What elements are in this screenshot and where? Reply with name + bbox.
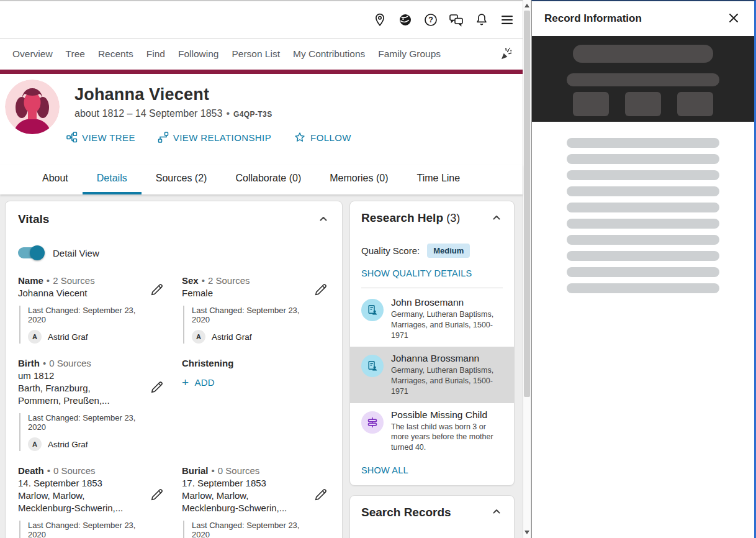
tab-about[interactable]: About (28, 165, 83, 194)
tab-collaborate[interactable]: Collaborate (0) (221, 165, 315, 194)
celebration-button[interactable] (498, 45, 514, 63)
nav-item-following[interactable]: Following (178, 48, 218, 60)
add-label: ADD (194, 377, 215, 388)
location-button[interactable] (372, 12, 388, 28)
record-details-loading-area (532, 122, 754, 293)
tab-details[interactable]: Details (83, 165, 142, 194)
main-scrollbar[interactable] (523, 0, 531, 538)
contributor-name: Astrid Graf (48, 332, 88, 342)
add-christening-button[interactable]: + ADD (182, 377, 215, 388)
vitals-card: Vitals Detail View Name•2 Sources Johann… (5, 201, 343, 538)
fact-value: 17. September 1853 (182, 477, 304, 490)
nav-item-family-groups[interactable]: Family Groups (378, 48, 441, 60)
search-records-collapse-button[interactable] (490, 506, 503, 519)
skeleton-pill (567, 73, 719, 86)
fact-sources: 2 Sources (208, 275, 250, 286)
skeleton-line (567, 138, 719, 148)
detail-view-toggle[interactable] (18, 247, 43, 258)
tab-time-line[interactable]: Time Line (402, 165, 474, 194)
tab-sources[interactable]: Sources (2) (142, 165, 222, 194)
feedback-button[interactable] (448, 12, 464, 28)
edit-sex-button[interactable] (313, 282, 328, 299)
nav-item-person-list[interactable]: Person List (232, 48, 280, 60)
party-popper-icon (498, 45, 514, 62)
view-tree-button[interactable]: VIEW TREE (66, 131, 135, 144)
nav-item-find[interactable]: Find (146, 48, 165, 60)
view-relationship-button[interactable]: VIEW RELATIONSHIP (158, 131, 271, 144)
bell-icon (474, 12, 489, 27)
scrollbar-thumb[interactable] (524, 11, 530, 397)
avatar[interactable] (5, 80, 60, 134)
skeleton-line (567, 283, 719, 293)
detail-view-label: Detail View (53, 248, 99, 258)
nav-item-recents[interactable]: Recents (98, 48, 133, 60)
record-hint-icon (361, 355, 384, 377)
contributor-row[interactable]: A Astrid Graf (192, 330, 304, 344)
follow-button[interactable]: FOLLOW (294, 131, 351, 144)
skeleton-line (567, 203, 719, 212)
view-tree-label: VIEW TREE (82, 132, 135, 143)
menu-button[interactable] (499, 12, 515, 28)
quality-score-badge: Medium (427, 244, 470, 258)
edit-name-button[interactable] (150, 282, 164, 299)
record-hint-icon (361, 299, 384, 321)
fact-sources: 0 Sources (49, 358, 91, 368)
person-actions: VIEW TREE VIEW RELATIONSHIP FOLLOW (66, 131, 523, 144)
fact-meta: Last Changed: September 23, 2020 A Astri… (183, 521, 304, 538)
fact-death[interactable]: Death•0 Sources 14. September 1853 Marlo… (18, 465, 166, 538)
edit-death-button[interactable] (150, 487, 164, 504)
skeleton-line (567, 219, 719, 229)
edit-burial-button[interactable] (313, 487, 328, 504)
quality-score-label: Quality Score: (361, 245, 420, 256)
research-help-item-title: Johanna Brossmann (391, 353, 503, 364)
help-icon: ? (423, 12, 438, 27)
nav-item-tree[interactable]: Tree (66, 48, 85, 60)
fact-meta: Last Changed: September 23, 2020 A Astri… (19, 413, 140, 451)
edit-birth-button[interactable] (150, 380, 164, 396)
help-button[interactable]: ? (423, 12, 439, 28)
chevron-up-icon (318, 214, 328, 223)
lifespan-text: about 1812 – 14 September 1853 (74, 108, 222, 119)
fact-value: um 1812 (18, 370, 140, 382)
vitals-collapse-button[interactable] (317, 213, 330, 226)
contributor-row[interactable]: A Astrid Graf (28, 437, 140, 451)
research-help-item-possible-missing-child[interactable]: Possible Missing Child The last child wa… (350, 403, 514, 459)
fact-burial[interactable]: Burial•0 Sources 17. September 1853 Marl… (182, 465, 330, 538)
fact-value: Mecklenburg-Schwerin,... (182, 502, 304, 514)
fact-sex[interactable]: Sex•2 Sources Female Last Changed: Septe… (182, 275, 330, 344)
divider (361, 288, 503, 288)
record-panel-title: Record Information (544, 12, 642, 25)
fact-meta: Last Changed: September 23, 2020 A Astri… (19, 306, 140, 344)
nav-item-my-contributions[interactable]: My Contributions (293, 48, 365, 60)
notifications-button[interactable] (474, 12, 490, 28)
fact-value: Johanna Viecent (18, 287, 140, 299)
separator-dot: • (47, 465, 50, 476)
show-all-link[interactable]: SHOW ALL (361, 465, 408, 475)
fact-birth[interactable]: Birth•0 Sources um 1812 Barth, Franzburg… (18, 357, 166, 451)
fact-label: Birth (18, 358, 40, 368)
contributor-row[interactable]: A Astrid Graf (28, 330, 140, 344)
research-help-title: Research Help (3) (361, 211, 460, 225)
fact-label: Burial (182, 465, 209, 476)
research-help-collapse-button[interactable] (490, 212, 503, 225)
pedigree-tree-icon (66, 132, 78, 143)
skeleton-line (567, 251, 719, 261)
scroll-up-arrow-icon[interactable] (524, 4, 529, 7)
skeleton-pill (573, 45, 713, 63)
research-help-item-johanna-brossmann[interactable]: Johanna Brossmann Germany, Lutheran Bapt… (350, 347, 514, 403)
research-help-item-john-brosemann[interactable]: John Brosemann Germany, Lutheran Baptism… (350, 291, 514, 347)
research-help-item-body: John Brosemann Germany, Lutheran Baptism… (391, 297, 503, 340)
scroll-down-arrow-icon[interactable] (524, 531, 529, 534)
search-records-header: Search Records (361, 506, 503, 519)
primary-nav: Overview Tree Recents Find Following Per… (0, 39, 523, 70)
nav-item-overview[interactable]: Overview (12, 48, 53, 60)
close-record-panel-button[interactable] (726, 11, 742, 27)
contributor-name: Astrid Graf (212, 332, 252, 342)
fact-meta: Last Changed: September 23, 2020 A Astri… (183, 306, 304, 344)
show-quality-details-link[interactable]: SHOW QUALITY DETAILS (361, 268, 472, 278)
record-panel-header: Record Information (532, 1, 754, 36)
fact-name[interactable]: Name•2 Sources Johanna Viecent Last Chan… (18, 275, 166, 344)
location-pin-icon (372, 12, 387, 27)
language-button[interactable] (397, 12, 413, 28)
tab-memories[interactable]: Memories (0) (315, 165, 402, 194)
